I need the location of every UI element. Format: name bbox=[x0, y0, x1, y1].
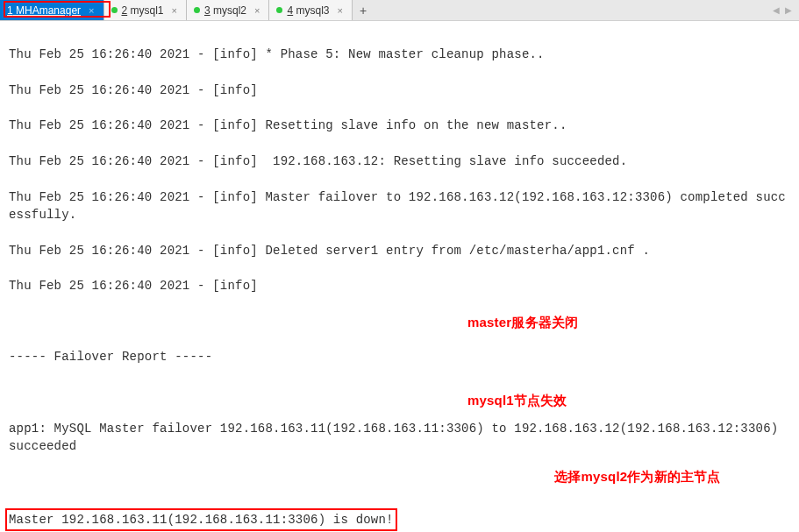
log-line: Thu Feb 25 16:26:40 2021 - [info] bbox=[9, 82, 790, 99]
tab-nav: ◀ ▶ bbox=[771, 5, 799, 15]
log-line: Thu Feb 25 16:26:40 2021 - [info] Master… bbox=[9, 188, 790, 224]
close-icon[interactable]: × bbox=[89, 5, 94, 16]
tab-label: 2 mysql1 bbox=[122, 4, 164, 17]
log-line: Thu Feb 25 16:26:40 2021 - [info] 192.16… bbox=[9, 153, 790, 170]
nav-left-icon[interactable]: ◀ bbox=[771, 5, 781, 15]
blank-line bbox=[9, 472, 790, 490]
nav-right-icon[interactable]: ▶ bbox=[783, 5, 794, 15]
tab-num: 1 MHAmanager bbox=[7, 4, 81, 17]
status-dot-icon bbox=[276, 7, 282, 13]
log-line: Thu Feb 25 16:26:40 2021 - [info] bbox=[9, 277, 790, 294]
tab-mysql2[interactable]: 3 mysql2 × bbox=[187, 0, 269, 20]
blank-line bbox=[9, 384, 790, 401]
log-line: ----- Failover Report ----- bbox=[9, 348, 790, 365]
tab-label: 4 mysql3 bbox=[287, 4, 329, 17]
close-icon[interactable]: × bbox=[254, 5, 260, 16]
log-line: app1: MySQL Master failover 192.168.163.… bbox=[9, 420, 790, 456]
highlight-master-down: Master 192.168.163.11(192.168.163.11:330… bbox=[5, 508, 397, 531]
tab-mhamanager[interactable]: 1 MHAmanager × bbox=[0, 0, 104, 20]
log-line-boxed: Master 192.168.163.11(192.168.163.11:330… bbox=[9, 508, 790, 531]
log-line: Thu Feb 25 16:26:40 2021 - [info] Resett… bbox=[9, 117, 790, 134]
terminal-output: Thu Feb 25 16:26:40 2021 - [info] * Phas… bbox=[0, 21, 799, 532]
blank-line bbox=[9, 313, 790, 330]
tab-label: 3 mysql2 bbox=[204, 4, 246, 17]
log-line: Thu Feb 25 16:26:40 2021 - [info] Delete… bbox=[9, 242, 790, 259]
status-dot-icon bbox=[111, 7, 118, 13]
status-dot-icon bbox=[194, 7, 200, 13]
log-line: Thu Feb 25 16:26:40 2021 - [info] * Phas… bbox=[9, 46, 790, 63]
close-icon[interactable]: × bbox=[338, 5, 343, 16]
add-tab-button[interactable]: + bbox=[353, 4, 374, 18]
tab-mysql1[interactable]: 2 mysql1 × bbox=[104, 0, 187, 20]
close-icon[interactable]: × bbox=[172, 5, 177, 16]
tab-bar: 1 MHAmanager × 2 mysql1 × 3 mysql2 × 4 m… bbox=[0, 0, 799, 21]
tab-mysql3[interactable]: 4 mysql3 × bbox=[269, 0, 352, 20]
